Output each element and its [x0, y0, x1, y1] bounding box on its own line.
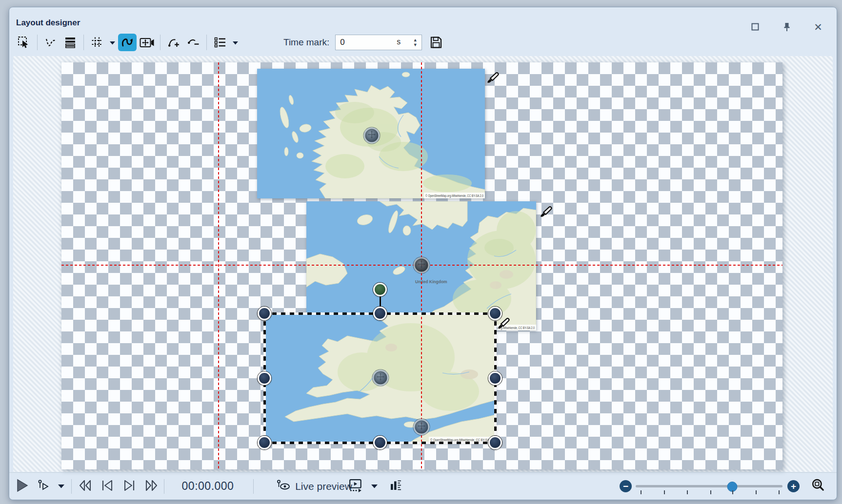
- time-mark-field: s ▲ ▼: [335, 35, 422, 50]
- paintbrush-icon[interactable]: [486, 70, 500, 86]
- time-mark-unit: s: [397, 38, 401, 46]
- pin-eye-icon: [276, 479, 291, 493]
- layout-designer-window: Layout designer ✕: [9, 7, 837, 500]
- render-window-icon: [349, 479, 363, 494]
- spinner-down-icon[interactable]: ▼: [413, 43, 418, 47]
- live-preview-label: Live preview: [295, 481, 352, 492]
- list-options-dropdown[interactable]: [230, 34, 241, 51]
- close-icon: ✕: [814, 22, 822, 32]
- minus-icon: −: [623, 482, 628, 491]
- render-options-dropdown[interactable]: [368, 473, 381, 500]
- zoom-tick: [756, 490, 757, 494]
- pin-icon: [782, 22, 791, 32]
- add-keypoint-icon: [167, 36, 180, 49]
- add-keypoint-tool-button[interactable]: [164, 34, 183, 51]
- toolbar-separator: [83, 35, 84, 50]
- resize-handle-top-left[interactable]: [258, 307, 271, 320]
- transport-separator: [164, 479, 164, 494]
- rotation-handle[interactable]: [373, 283, 387, 296]
- zoom-out-button[interactable]: −: [620, 480, 632, 492]
- zoom-in-button[interactable]: +: [787, 480, 800, 492]
- move-arrows-icon: [368, 131, 376, 141]
- time-mark-spinner[interactable]: ▲ ▼: [411, 36, 419, 49]
- play-options-dropdown[interactable]: [55, 473, 67, 500]
- fast-forward-icon: [144, 479, 159, 493]
- zoom-tick: [641, 490, 642, 494]
- statistics-button[interactable]: [387, 473, 405, 500]
- save-icon: [429, 36, 443, 49]
- skip-start-icon: [100, 479, 114, 493]
- waypoint-marker-scotland[interactable]: [364, 128, 380, 144]
- resize-handle-bottom-center[interactable]: [373, 436, 387, 449]
- time-mark-label: Time mark:: [283, 37, 329, 48]
- curve-tool-button[interactable]: [118, 34, 137, 51]
- guide-vertical-left: [218, 62, 219, 469]
- resize-handle-middle-right[interactable]: [488, 371, 502, 385]
- time-display: 00:00.000: [182, 480, 234, 493]
- stats-bars-icon: [390, 479, 402, 493]
- waypoint-marker-center[interactable]: [414, 257, 430, 273]
- toolbar-separator: [160, 35, 160, 50]
- time-display-container: 00:00.000: [174, 473, 242, 500]
- list-options-tool-button[interactable]: [211, 34, 229, 51]
- node-edit-tool-button[interactable]: [41, 34, 60, 51]
- paintbrush-icon[interactable]: [539, 204, 553, 220]
- spinner-up-icon[interactable]: ▲: [413, 39, 418, 42]
- layers-icon: [64, 36, 77, 49]
- select-tool-button[interactable]: [15, 34, 33, 51]
- layers-tool-button[interactable]: [61, 34, 80, 51]
- resize-handle-middle-left[interactable]: [258, 371, 271, 385]
- time-mark-input[interactable]: [335, 35, 422, 50]
- next-frame-button[interactable]: [120, 473, 139, 500]
- previous-frame-button[interactable]: [98, 473, 117, 500]
- transport-separator: [253, 479, 254, 494]
- rewind-icon: [78, 479, 93, 493]
- grid-tool-button[interactable]: [88, 34, 106, 51]
- zoom-tick: [732, 490, 733, 494]
- resize-handle-bottom-right[interactable]: [488, 436, 502, 449]
- node-edit-icon: [44, 36, 58, 49]
- composition-frame[interactable]: © OpenStreetMap.org-Mitwirkende, CC BY-S…: [61, 62, 782, 469]
- zoom-tick: [779, 490, 780, 494]
- grid-tool-dropdown[interactable]: [107, 34, 118, 51]
- resize-handle-bottom-left[interactable]: [258, 436, 271, 449]
- maximize-icon: [751, 23, 759, 31]
- window-title: Layout designer: [16, 18, 80, 28]
- paintbrush-icon[interactable]: [497, 316, 511, 332]
- chevron-down-icon: [110, 39, 115, 46]
- map-copyright-strip: © OpenStreetMap.org-Mitwirkende, CC BY-S…: [424, 193, 485, 198]
- fast-forward-button[interactable]: [142, 473, 160, 500]
- remove-keypoint-tool-button[interactable]: [184, 34, 202, 51]
- select-tool-icon: [18, 36, 31, 49]
- play-button[interactable]: [14, 473, 31, 500]
- rewind-button[interactable]: [76, 473, 95, 500]
- transport-bar: 00:00.000 Live preview − +: [9, 472, 837, 500]
- play-icon: [16, 479, 29, 494]
- zoom-tick: [710, 490, 711, 494]
- titlebar: Layout designer ✕: [9, 7, 837, 32]
- render-preview-button[interactable]: [346, 473, 365, 500]
- plus-icon: +: [791, 482, 796, 491]
- toolbar: Time mark: s ▲ ▼: [9, 32, 837, 53]
- chevron-down-icon: [371, 483, 378, 490]
- camera-pan-tool-button[interactable]: [138, 34, 156, 51]
- pin-play-icon: [37, 479, 51, 493]
- list-options-icon: [214, 36, 226, 49]
- save-button[interactable]: [427, 34, 445, 51]
- screen: { "window": { "title": "Layout designer"…: [0, 0, 842, 504]
- chevron-down-icon: [233, 39, 238, 46]
- play-from-marker-button[interactable]: [35, 473, 53, 500]
- transport-separator: [71, 479, 72, 494]
- toolbar-separator: [206, 35, 207, 50]
- selection-box[interactable]: [264, 313, 495, 443]
- toolbar-separator: [37, 35, 38, 50]
- zoom-fit-button[interactable]: [808, 473, 828, 500]
- canvas-area[interactable]: © OpenStreetMap.org-Mitwirkende, CC BY-S…: [13, 56, 833, 472]
- zoom-tick: [687, 490, 688, 494]
- map-country-label: United Kingdom: [415, 279, 447, 284]
- magnifier-fit-icon: [811, 479, 825, 494]
- map-copyright-text: © OpenStreetMap.org-Mitwirkende, CC BY-S…: [425, 194, 483, 198]
- curve-tool-icon: [120, 36, 134, 49]
- zoom-slider-track[interactable]: [636, 485, 782, 487]
- resize-handle-top-center[interactable]: [373, 307, 387, 320]
